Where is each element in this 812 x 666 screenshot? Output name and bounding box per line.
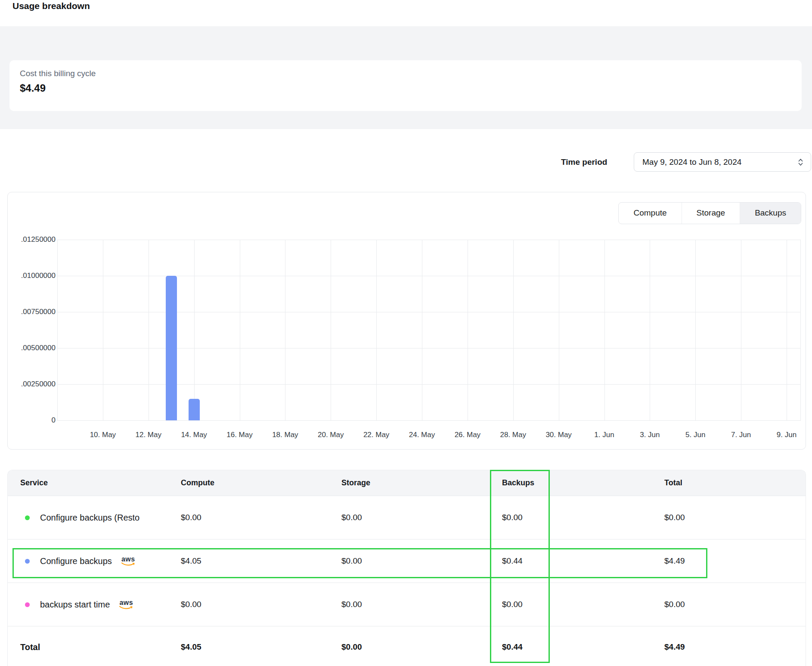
legend-dot-blue bbox=[25, 559, 30, 564]
cost-label: Cost this billing cycle bbox=[20, 69, 96, 78]
chart-plot bbox=[57, 240, 801, 420]
backups-value: $0.00 bbox=[502, 513, 664, 522]
x-tick-label: 28. May bbox=[490, 431, 536, 439]
service-name: Configure backups bbox=[40, 556, 112, 566]
x-tick-label: 7. Jun bbox=[718, 431, 764, 439]
gridline-horizontal bbox=[57, 240, 801, 240]
chart-x-axis: 10. May12. May14. May16. May18. May20. M… bbox=[57, 431, 801, 442]
table-row-backups-start-time: backups start time aws $0.00 $0.00 $0.00… bbox=[8, 583, 806, 626]
gridline-vertical bbox=[103, 240, 103, 420]
backups-value: $0.44 bbox=[502, 556, 664, 566]
time-period-value: May 9, 2024 to Jun 8, 2024 bbox=[642, 157, 741, 167]
total-value: $0.00 bbox=[664, 600, 806, 609]
backups-value: $0.00 bbox=[502, 600, 664, 609]
total-backups-value: $0.44 bbox=[502, 642, 664, 652]
total-storage-value: $0.00 bbox=[341, 642, 502, 652]
gridline-vertical bbox=[650, 240, 650, 420]
x-tick-label: 14. May bbox=[171, 431, 217, 439]
table-header-row: Service Compute Storage Backups Total bbox=[8, 470, 806, 496]
service-name: backups start time bbox=[40, 600, 110, 610]
x-tick-label: 5. Jun bbox=[673, 431, 718, 439]
gridline-vertical bbox=[741, 240, 741, 420]
compute-value: $4.05 bbox=[181, 556, 341, 566]
x-tick-label: 9. Jun bbox=[764, 431, 809, 439]
gridline-vertical bbox=[787, 240, 787, 420]
gridline-vertical bbox=[149, 240, 149, 420]
x-tick-label: 18. May bbox=[262, 431, 308, 439]
gridline-vertical bbox=[57, 240, 58, 420]
gridline-horizontal bbox=[57, 420, 801, 421]
x-tick-label: 12. May bbox=[126, 431, 171, 439]
time-period-select[interactable]: May 9, 2024 to Jun 8, 2024 bbox=[634, 152, 811, 172]
tab-compute[interactable]: Compute bbox=[619, 203, 681, 224]
total-value: $4.49 bbox=[664, 556, 806, 566]
gridline-vertical bbox=[559, 240, 559, 420]
table-row-configure-backups-restored: Configure backups (Resto $0.00 $0.00 $0.… bbox=[8, 496, 806, 539]
gridline-vertical bbox=[422, 240, 422, 420]
gridline-vertical bbox=[376, 240, 377, 420]
service-name: Configure backups (Resto bbox=[40, 513, 139, 523]
plot-right-border bbox=[800, 240, 801, 420]
aws-logo: aws bbox=[119, 600, 133, 610]
chart-bar bbox=[166, 276, 177, 420]
col-header-backups: Backups bbox=[502, 478, 664, 487]
table-total-row: Total $4.05 $0.00 $0.44 $4.49 bbox=[8, 626, 806, 666]
gridline-vertical bbox=[468, 240, 468, 420]
gridline-vertical bbox=[513, 240, 514, 420]
storage-value: $0.00 bbox=[341, 513, 502, 522]
total-row-label: Total bbox=[8, 642, 181, 652]
total-value: $0.00 bbox=[664, 513, 806, 522]
aws-logo: aws bbox=[121, 556, 135, 566]
tab-storage[interactable]: Storage bbox=[682, 203, 740, 224]
gridline-vertical bbox=[285, 240, 285, 420]
storage-value: $0.00 bbox=[341, 600, 502, 609]
chart-tabs: Compute Storage Backups bbox=[618, 202, 801, 224]
aws-smile-icon bbox=[119, 606, 133, 610]
aws-smile-icon bbox=[121, 562, 135, 566]
x-tick-label: 24. May bbox=[399, 431, 445, 439]
col-header-service: Service bbox=[8, 478, 181, 487]
gridline-vertical bbox=[604, 240, 605, 420]
x-tick-label: 26. May bbox=[445, 431, 490, 439]
x-tick-label: 10. May bbox=[80, 431, 126, 439]
page-title: Usage breakdown bbox=[12, 1, 90, 11]
col-header-compute: Compute bbox=[181, 478, 341, 487]
y-tick-label: .00250000 bbox=[8, 380, 56, 388]
time-period-label: Time period bbox=[561, 152, 607, 172]
total-compute-value: $4.05 bbox=[181, 642, 341, 652]
tab-backups[interactable]: Backups bbox=[740, 203, 801, 224]
col-header-storage: Storage bbox=[341, 478, 502, 487]
col-header-total: Total bbox=[664, 478, 806, 487]
cost-value: $4.49 bbox=[20, 82, 46, 94]
y-tick-label: .01250000 bbox=[8, 235, 56, 244]
y-tick-label: 0 bbox=[8, 416, 56, 425]
x-tick-label: 22. May bbox=[353, 431, 399, 439]
x-tick-label: 3. Jun bbox=[627, 431, 673, 439]
legend-dot-pink bbox=[25, 602, 30, 607]
usage-table: Service Compute Storage Backups Total Co… bbox=[7, 470, 806, 666]
table-row-configure-backups: Configure backups aws $4.05 $0.00 $0.44 … bbox=[8, 539, 806, 583]
compute-value: $0.00 bbox=[181, 600, 341, 609]
chart-card: Compute Storage Backups .01250000.010000… bbox=[7, 192, 806, 450]
gridline-vertical bbox=[695, 240, 696, 420]
chevron-up-down-icon bbox=[797, 157, 804, 167]
x-tick-label: 30. May bbox=[536, 431, 582, 439]
storage-value: $0.00 bbox=[341, 556, 502, 566]
x-tick-label: 1. Jun bbox=[582, 431, 627, 439]
y-tick-label: .01000000 bbox=[8, 271, 56, 280]
chart-y-axis: .01250000.01000000.00750000.00500000.002… bbox=[8, 240, 56, 420]
x-tick-label: 16. May bbox=[217, 431, 263, 439]
cost-card: Cost this billing cycle $4.49 bbox=[9, 60, 802, 111]
gridline-vertical bbox=[240, 240, 240, 420]
usage-breakdown-page: Usage breakdown Cost this billing cycle … bbox=[0, 0, 812, 666]
cost-section: Cost this billing cycle $4.49 bbox=[0, 26, 812, 129]
gridline-vertical bbox=[331, 240, 331, 420]
total-total-value: $4.49 bbox=[664, 642, 806, 652]
chart-bar bbox=[189, 399, 200, 420]
y-tick-label: .00750000 bbox=[8, 308, 56, 316]
gridline-vertical bbox=[194, 240, 195, 420]
compute-value: $0.00 bbox=[181, 513, 341, 522]
legend-dot-green bbox=[25, 515, 30, 520]
x-tick-label: 20. May bbox=[308, 431, 353, 439]
y-tick-label: .00500000 bbox=[8, 344, 56, 352]
